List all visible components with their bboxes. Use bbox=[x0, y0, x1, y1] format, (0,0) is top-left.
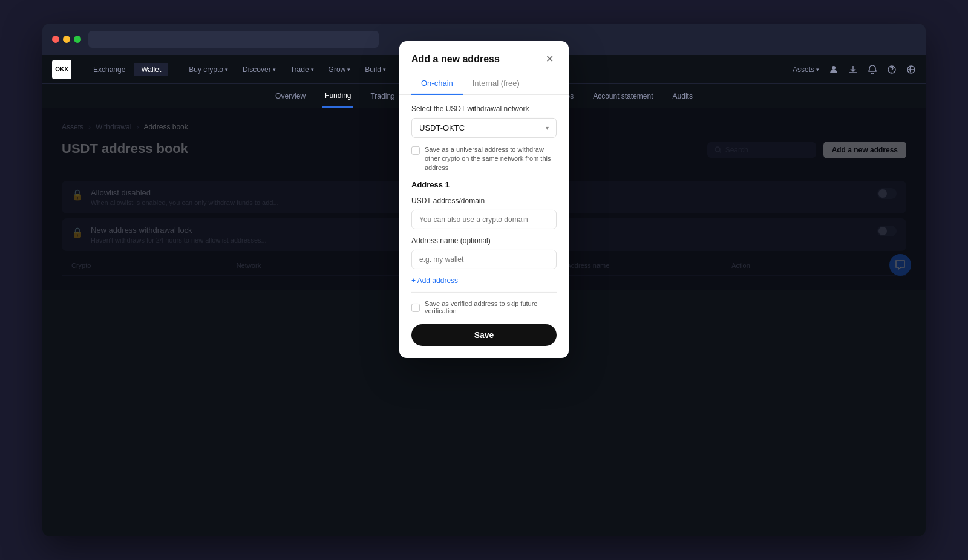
logo-icon: OKX bbox=[52, 60, 71, 79]
add-address-link[interactable]: + Add address bbox=[411, 276, 557, 285]
chevron-down-icon: ▾ bbox=[311, 67, 314, 73]
nav-help-icon[interactable] bbox=[887, 65, 897, 74]
chevron-down-icon: ▾ bbox=[383, 67, 386, 73]
minimize-dot[interactable] bbox=[63, 36, 70, 43]
svg-point-0 bbox=[832, 66, 836, 70]
address-section-label: Address 1 bbox=[411, 180, 557, 189]
subnav-account-statement[interactable]: Account statement bbox=[590, 84, 655, 108]
nav-right: Assets ▾ bbox=[793, 65, 916, 74]
tab-internal-free[interactable]: Internal (free) bbox=[463, 73, 529, 94]
modal-tabs: On-chain Internal (free) bbox=[399, 73, 569, 94]
save-button[interactable]: Save bbox=[411, 324, 557, 346]
close-dot[interactable] bbox=[52, 36, 59, 43]
network-dropdown-value: USDT-OKTC bbox=[419, 123, 465, 132]
chevron-down-icon: ▾ bbox=[225, 67, 228, 73]
nav-menu-discover[interactable]: Discover ▾ bbox=[237, 63, 282, 76]
chevron-down-icon: ▾ bbox=[347, 67, 350, 73]
modal-header: Add a new address ✕ bbox=[399, 41, 569, 73]
maximize-dot[interactable] bbox=[74, 36, 81, 43]
subnav-trading[interactable]: Trading bbox=[368, 84, 397, 108]
dropdown-chevron-icon: ▾ bbox=[546, 124, 549, 131]
modal-title: Add a new address bbox=[411, 53, 500, 64]
nav-menu-trade[interactable]: Trade ▾ bbox=[284, 63, 320, 76]
nav-download-icon[interactable] bbox=[848, 65, 858, 74]
nav-tab-wallet[interactable]: Wallet bbox=[134, 63, 168, 76]
address-label: USDT address/domain bbox=[411, 197, 557, 205]
save-verified-checkbox[interactable] bbox=[411, 304, 420, 312]
subnav-overview[interactable]: Overview bbox=[273, 84, 308, 108]
chevron-down-icon: ▾ bbox=[816, 67, 819, 73]
nav-menu-buy-crypto[interactable]: Buy crypto ▾ bbox=[183, 63, 234, 76]
nav-notification-icon[interactable] bbox=[868, 65, 877, 74]
save-verified-label: Save as verified address to skip future … bbox=[425, 300, 557, 314]
universal-save-checkbox[interactable] bbox=[411, 146, 420, 154]
modal-divider bbox=[411, 292, 557, 293]
network-dropdown[interactable]: USDT-OKTC ▾ bbox=[411, 117, 557, 137]
subnav-audits[interactable]: Audits bbox=[670, 84, 695, 108]
address-input[interactable] bbox=[411, 210, 557, 229]
tab-on-chain[interactable]: On-chain bbox=[411, 73, 463, 94]
chevron-down-icon: ▾ bbox=[273, 67, 276, 73]
app-container: OKX Exchange Wallet Buy crypto ▾ Discove… bbox=[42, 55, 926, 536]
nav-menu-build[interactable]: Build ▾ bbox=[359, 63, 392, 76]
add-address-modal: Add a new address ✕ On-chain Internal (f… bbox=[399, 41, 569, 357]
nav-assets[interactable]: Assets ▾ bbox=[793, 65, 819, 74]
universal-save-label: Save as a universal address to withdraw … bbox=[425, 145, 557, 172]
nav-language-icon[interactable] bbox=[906, 65, 916, 74]
network-label: Select the USDT withdrawal network bbox=[411, 104, 557, 112]
universal-save-row: Save as a universal address to withdraw … bbox=[411, 145, 557, 172]
save-verified-row: Save as verified address to skip future … bbox=[411, 300, 557, 314]
page-content: Assets › Withdrawal › Address book USDT … bbox=[42, 108, 926, 290]
nav-tabs: Exchange Wallet bbox=[86, 63, 168, 76]
nav-tab-exchange[interactable]: Exchange bbox=[86, 63, 132, 76]
address-name-label: Address name (optional) bbox=[411, 236, 557, 245]
modal-close-button[interactable]: ✕ bbox=[542, 51, 557, 66]
browser-dots bbox=[52, 36, 81, 43]
nav-menu-grow[interactable]: Grow ▾ bbox=[322, 63, 357, 76]
subnav-funding[interactable]: Funding bbox=[322, 84, 353, 108]
nav-profile-icon[interactable] bbox=[829, 65, 839, 74]
address-bar[interactable] bbox=[88, 31, 379, 48]
nav-logo: OKX bbox=[52, 60, 71, 79]
address-name-input[interactable] bbox=[411, 250, 557, 269]
modal-body: Select the USDT withdrawal network USDT-… bbox=[399, 94, 569, 357]
